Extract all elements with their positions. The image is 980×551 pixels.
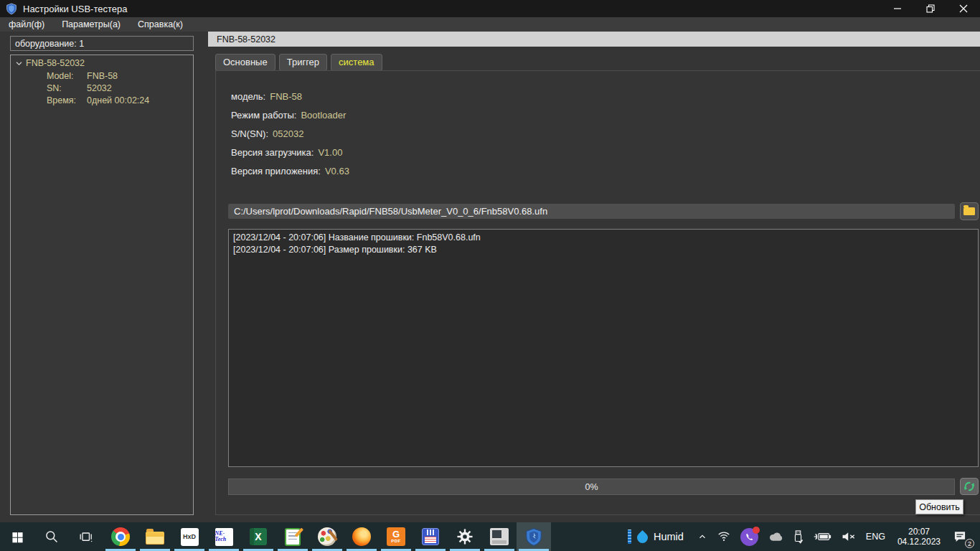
- taskbar-ne-tech[interactable]: NE-Tech: [207, 522, 241, 551]
- windows-logo-icon: [11, 531, 24, 543]
- field-bootloader-label: Версия загрузчика:: [231, 147, 314, 158]
- taskbar-file-explorer[interactable]: [138, 522, 172, 551]
- tab-trigger[interactable]: Триггер: [279, 54, 327, 71]
- field-app-version-value: V0.63: [325, 166, 349, 176]
- start-button[interactable]: [0, 522, 34, 551]
- ne-tech-icon: NE-Tech: [215, 528, 233, 546]
- device-sn-value: 52032: [87, 83, 112, 93]
- progress-percent: 0%: [585, 482, 598, 492]
- hxd-icon: HxD: [181, 528, 199, 546]
- device-info-fields: модель: FNB-58 Режим работы: Bootloader …: [231, 87, 349, 180]
- device-sn-label: SN:: [47, 83, 87, 93]
- taskbar-settings[interactable]: [448, 522, 482, 551]
- notepad-icon: [285, 528, 301, 546]
- tray-wifi[interactable]: [712, 522, 735, 551]
- menu-file[interactable]: файл(ф): [0, 17, 53, 32]
- window-title: Настройки USB-тестера: [23, 4, 127, 14]
- speaker-muted-icon: [842, 531, 856, 542]
- device-model-value: FNB-58: [87, 71, 118, 81]
- taskbar: HxD NE-Tech X G PDF: [0, 522, 980, 551]
- task-view-button[interactable]: [69, 522, 103, 551]
- menu-help[interactable]: Справка(к): [129, 17, 192, 32]
- taskbar-emulator[interactable]: [482, 522, 517, 551]
- floppy-disk-icon: [422, 528, 439, 545]
- equipment-count-box: оборудование: 1: [10, 36, 194, 51]
- tab-system[interactable]: система: [331, 54, 382, 71]
- tab-basic[interactable]: Основные: [215, 54, 275, 71]
- field-bootloader-version: Версия загрузчика: V1.00: [231, 143, 349, 161]
- viber-badge: [753, 527, 760, 534]
- action-center-button[interactable]: 2: [948, 522, 976, 551]
- firmware-path-input[interactable]: [228, 204, 955, 219]
- gear-icon: [457, 529, 473, 545]
- device-sn-row: SN: 52032: [11, 82, 193, 94]
- folder-icon: [963, 207, 975, 215]
- taskbar-hxd[interactable]: HxD: [172, 522, 207, 551]
- restore-button[interactable]: [914, 0, 947, 17]
- file-explorer-icon: [146, 532, 164, 545]
- taskbar-search-button[interactable]: [34, 522, 69, 551]
- taskbar-paint[interactable]: [310, 522, 344, 551]
- log-line: [2023/12/04 - 20:07:06] Размер прошивки:…: [233, 244, 974, 256]
- taskbar-chrome[interactable]: [103, 522, 138, 551]
- tray-language[interactable]: ENG: [861, 522, 890, 551]
- refresh-tooltip: Обновить: [915, 499, 963, 514]
- device-tree-node[interactable]: FNB-58-52032: [11, 55, 193, 70]
- field-mode: Режим работы: Bootloader: [231, 105, 349, 124]
- battery-charging-icon: [813, 532, 831, 542]
- search-icon: [44, 529, 59, 544]
- weather-widget-label: Humid: [654, 531, 684, 542]
- field-mode-value: Bootloader: [301, 110, 346, 121]
- device-name: FNB-58-52032: [26, 58, 85, 68]
- firefox-icon: [352, 527, 371, 546]
- thermometer-icon: [628, 529, 631, 544]
- system-tab-panel: модель: FNB-58 Режим работы: Bootloader …: [215, 70, 980, 515]
- pdf-reader-icon: G PDF: [387, 527, 405, 546]
- device-uptime-label: Время:: [47, 95, 87, 105]
- device-title-bar: FNB-58-52032: [208, 32, 980, 47]
- tray-clock[interactable]: 20:07 04.12.2023: [890, 527, 948, 547]
- tab-strip: Основные Триггер система: [215, 54, 382, 71]
- menu-options[interactable]: Параметры(а): [53, 17, 129, 32]
- tray-battery[interactable]: [808, 522, 837, 551]
- taskbar-excel[interactable]: X: [241, 522, 275, 551]
- log-line: [2023/12/04 - 20:07:06] Название прошивк…: [233, 232, 974, 244]
- taskbar-pdf-reader[interactable]: G PDF: [379, 522, 413, 551]
- wifi-icon: [717, 531, 730, 542]
- humidity-drop-icon: [635, 530, 650, 545]
- device-tree: FNB-58-52032 Model: FNB-58 SN: 52032 Вре…: [10, 55, 194, 515]
- tray-usb-device[interactable]: [788, 522, 808, 551]
- taskbar-usb-tester[interactable]: [517, 522, 551, 551]
- firmware-log[interactable]: [2023/12/04 - 20:07:06] Название прошивк…: [228, 229, 979, 467]
- tray-volume[interactable]: [837, 522, 861, 551]
- field-serial-label: S/N(SN):: [231, 128, 268, 139]
- device-model-label: Model:: [47, 71, 87, 81]
- field-bootloader-value: V1.00: [318, 147, 342, 158]
- flash-progress-bar: 0%: [228, 479, 955, 495]
- flash-refresh-button[interactable]: [960, 478, 979, 495]
- chrome-icon: [111, 527, 130, 546]
- taskbar-notepad[interactable]: [275, 522, 310, 551]
- minimize-button[interactable]: [881, 0, 914, 17]
- browse-folder-button[interactable]: [960, 202, 979, 220]
- field-model-label: модель:: [231, 91, 265, 102]
- paint-palette-icon: [318, 527, 336, 546]
- field-serial: S/N(SN): 052032: [231, 124, 349, 143]
- chevron-up-icon: [697, 532, 707, 542]
- taskbar-firefox[interactable]: [344, 522, 379, 551]
- tray-viber[interactable]: [735, 522, 763, 551]
- taskbar-total-commander[interactable]: [413, 522, 448, 551]
- weather-widget[interactable]: Humid: [619, 529, 692, 544]
- clock-time: 20:07: [897, 527, 941, 537]
- system-tray: Humid: [619, 522, 980, 551]
- clock-date: 04.12.2023: [897, 537, 941, 547]
- close-button[interactable]: [947, 0, 980, 17]
- usb-tester-shield-icon: [524, 527, 543, 546]
- device-uptime-value: 0дней 00:02:24: [87, 95, 149, 105]
- excel-icon: X: [250, 528, 267, 545]
- notification-count-badge: 2: [965, 539, 974, 548]
- task-view-icon: [80, 530, 93, 544]
- field-model: модель: FNB-58: [231, 87, 349, 105]
- tray-expand-button[interactable]: [692, 522, 712, 551]
- tray-onedrive[interactable]: [763, 522, 788, 551]
